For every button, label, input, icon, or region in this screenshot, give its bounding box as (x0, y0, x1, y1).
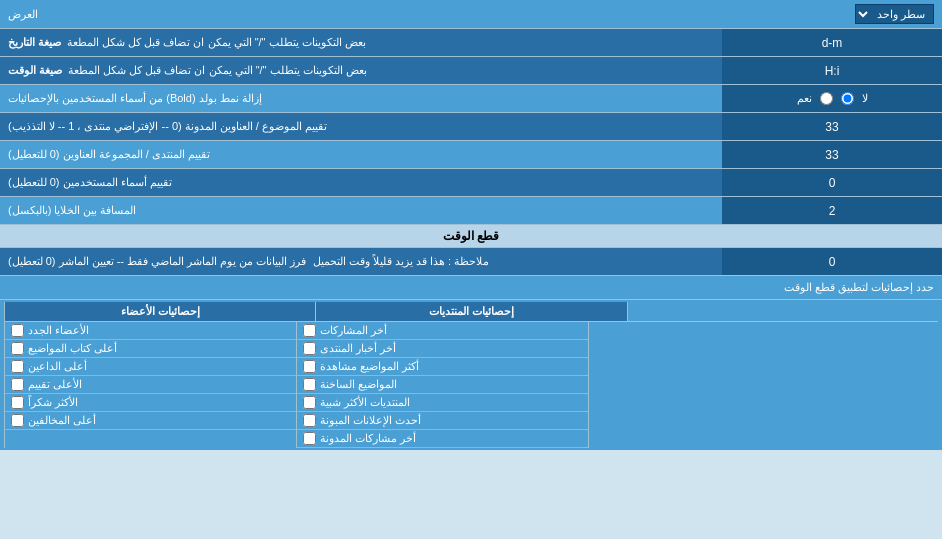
topic-address-input[interactable] (728, 120, 936, 134)
col3-header (627, 302, 938, 321)
col2-check-3[interactable] (303, 378, 316, 391)
col2-label-0: أخر المشاركات (320, 324, 387, 337)
main-container: سطر واحد العرض بعض التكوينات يتطلب "/" ا… (0, 0, 942, 450)
user-names-row: تقييم أسماء المستخدمين (0 للتعطيل) (0, 169, 942, 197)
time-format-label: بعض التكوينات يتطلب "/" التي يمكن ان تضا… (0, 57, 722, 84)
topic-address-row: تقييم الموضوع / العناوين المدونة (0 -- ا… (0, 113, 942, 141)
col1-item-1: أعلى كتاب المواضيع (5, 340, 296, 358)
col1-check-2[interactable] (11, 360, 24, 373)
col2-check-6[interactable] (303, 432, 316, 445)
forum-address-input[interactable] (728, 148, 936, 162)
col2-check-4[interactable] (303, 396, 316, 409)
col1-check-1[interactable] (11, 342, 24, 355)
col2-item-1: أخر أخبار المنتدى (297, 340, 588, 358)
col1-check-0[interactable] (11, 324, 24, 337)
top-row: سطر واحد العرض (0, 0, 942, 29)
user-names-label: تقييم أسماء المستخدمين (0 للتعطيل) (0, 169, 722, 196)
col1-label-5: أعلى المخالفين (28, 414, 96, 427)
col2-item-0: أخر المشاركات (297, 322, 588, 340)
cutoff-input-wrapper[interactable] (722, 248, 942, 275)
col1-label-2: أعلى الداعين (28, 360, 87, 373)
cell-spacing-row: المسافة بين الخلايا (بالبكسل) (0, 197, 942, 225)
time-format-input-wrapper[interactable] (722, 57, 942, 84)
cell-spacing-input-wrapper[interactable] (722, 197, 942, 224)
col1-label-1: أعلى كتاب المواضيع (28, 342, 117, 355)
bold-radio-group: لا نعم (791, 88, 874, 109)
cutoff-label: ملاحظة : هذا قد يزيد قليلاً وقت التحميل … (0, 248, 722, 275)
display-select-wrapper[interactable]: سطر واحد (855, 4, 934, 24)
checkbox-header-row: إحصائيات المنتديات إحصائيات الأعضاء (4, 302, 938, 322)
checkbox-rows: أخر المشاركات أخر أخبار المنتدى أكثر الم… (4, 322, 938, 448)
user-names-input[interactable] (728, 176, 936, 190)
bold-yes-radio[interactable] (820, 92, 833, 105)
col1-label-3: الأعلى تقييم (28, 378, 82, 391)
col2-check-2[interactable] (303, 360, 316, 373)
col2-label-2: أكثر المواضيع مشاهدة (320, 360, 419, 373)
bold-no-label: لا (862, 92, 868, 105)
col2-check-1[interactable] (303, 342, 316, 355)
col1-check-5[interactable] (11, 414, 24, 427)
forum-address-label: تقييم المنتدى / المجموعة العناوين (0 للت… (0, 141, 722, 168)
col2-label-5: أحدث الإعلانات المبونة (320, 414, 421, 427)
bold-removal-label: إزالة نمط بولد (Bold) من أسماء المستخدمي… (0, 85, 722, 112)
time-format-input[interactable] (728, 64, 936, 78)
col1-item-5: أعلى المخالفين (5, 412, 296, 430)
bold-no-radio[interactable] (841, 92, 854, 105)
bold-removal-row: لا نعم إزالة نمط بولد (Bold) من أسماء ال… (0, 85, 942, 113)
time-format-row: بعض التكوينات يتطلب "/" التي يمكن ان تضا… (0, 57, 942, 85)
col1-header: إحصائيات الأعضاء (4, 302, 315, 321)
bold-radio-wrapper: لا نعم (722, 85, 942, 112)
col1-item-4: الأكثر شكراً (5, 394, 296, 412)
col2-label-4: المنتديات الأكثر شبية (320, 396, 410, 409)
forum-address-row: تقييم المنتدى / المجموعة العناوين (0 للت… (0, 141, 942, 169)
col2-label-6: أخر مشاركات المدونة (320, 432, 416, 445)
cutoff-section-header: قطع الوقت (0, 225, 942, 248)
date-format-input-wrapper[interactable] (722, 29, 942, 56)
col3-items (588, 322, 938, 448)
col1-item-2: أعلى الداعين (5, 358, 296, 376)
col2-header: إحصائيات المنتديات (315, 302, 626, 321)
date-format-label: بعض التكوينات يتطلب "/" التي يمكن ان تضا… (0, 29, 722, 56)
col2-item-3: المواضيع الساخنة (297, 376, 588, 394)
col1-label-0: الأعضاء الجدد (28, 324, 89, 337)
col2-item-6: أخر مشاركات المدونة (297, 430, 588, 448)
col1-check-3[interactable] (11, 378, 24, 391)
col1-label-4: الأكثر شكراً (28, 396, 78, 409)
apply-cutoff-label: حدد إحصائيات لتطبيق قطع الوقت (0, 277, 942, 298)
col2-check-5[interactable] (303, 414, 316, 427)
display-select[interactable]: سطر واحد (855, 4, 934, 24)
cutoff-input[interactable] (728, 255, 936, 269)
col1-item-3: الأعلى تقييم (5, 376, 296, 394)
col1-item-0: الأعضاء الجدد (5, 322, 296, 340)
col2-item-4: المنتديات الأكثر شبية (297, 394, 588, 412)
col2-label-1: أخر أخبار المنتدى (320, 342, 396, 355)
bold-yes-label: نعم (797, 92, 812, 105)
cutoff-row: ملاحظة : هذا قد يزيد قليلاً وقت التحميل … (0, 248, 942, 276)
col1-items: الأعضاء الجدد أعلى كتاب المواضيع أعلى ال… (4, 322, 296, 448)
checkbox-section: إحصائيات المنتديات إحصائيات الأعضاء أخر … (0, 300, 942, 450)
cell-spacing-label: المسافة بين الخلايا (بالبكسل) (0, 197, 722, 224)
col2-item-5: أحدث الإعلانات المبونة (297, 412, 588, 430)
display-label: العرض (8, 8, 38, 21)
col2-label-3: المواضيع الساخنة (320, 378, 397, 391)
date-format-input[interactable] (728, 36, 936, 50)
col1-check-4[interactable] (11, 396, 24, 409)
date-format-row: بعض التكوينات يتطلب "/" التي يمكن ان تضا… (0, 29, 942, 57)
col2-item-2: أكثر المواضيع مشاهدة (297, 358, 588, 376)
cell-spacing-input[interactable] (728, 204, 936, 218)
topic-address-label: تقييم الموضوع / العناوين المدونة (0 -- ا… (0, 113, 722, 140)
col2-items: أخر المشاركات أخر أخبار المنتدى أكثر الم… (296, 322, 588, 448)
forum-address-input-wrapper[interactable] (722, 141, 942, 168)
topic-address-input-wrapper[interactable] (722, 113, 942, 140)
col2-check-0[interactable] (303, 324, 316, 337)
user-names-input-wrapper[interactable] (722, 169, 942, 196)
